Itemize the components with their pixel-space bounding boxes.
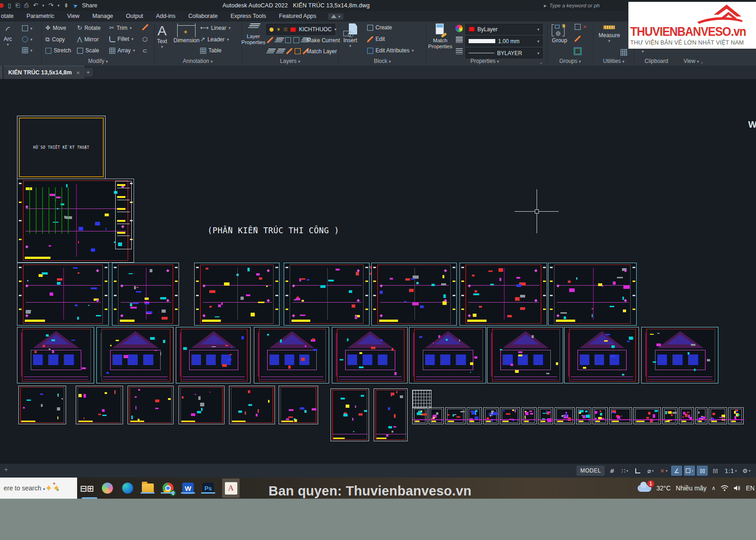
dimension-tool-button[interactable]: ✶ Dimension <box>174 23 200 44</box>
drawing-sheet[interactable] <box>229 386 275 424</box>
layer-walk-icon[interactable] <box>266 49 276 54</box>
drawing-sheet[interactable] <box>112 263 179 326</box>
drawing-sheet[interactable] <box>17 327 94 383</box>
utilities-panel-label[interactable]: Utilities ▾ <box>594 58 633 64</box>
mini-grid-table[interactable] <box>412 390 431 408</box>
annotation-panel-label[interactable]: Annotation ▾ <box>155 58 241 64</box>
drawing-sheet[interactable] <box>409 327 486 383</box>
drawing-sheet[interactable] <box>18 386 66 424</box>
drawing-sheet[interactable] <box>695 407 707 424</box>
weather-temp[interactable]: 32°C <box>656 484 671 492</box>
layout-add-icon[interactable]: ＋ <box>3 466 9 474</box>
clipboard-paste-dropdown[interactable]: ▾ <box>642 49 644 54</box>
group-edit-button[interactable] <box>575 36 581 42</box>
drawing-sheet[interactable] <box>371 263 457 326</box>
layer-prev-icon[interactable] <box>275 49 286 54</box>
drawing-sheet[interactable] <box>128 386 174 424</box>
view-panel-label[interactable]: View ▾ ⌟ <box>679 58 707 64</box>
layer-properties-button[interactable]: Layer Properties <box>243 23 263 45</box>
ribbon-tab-output[interactable]: Output <box>119 11 150 22</box>
offset-button[interactable]: ⊂ <box>142 47 147 54</box>
ribbon-tab-manage[interactable]: Manage <box>86 11 119 22</box>
ribbon-tab-parametric[interactable]: Parametric <box>20 11 61 22</box>
ribbon-tab-annotate-partial[interactable]: otate <box>0 11 20 22</box>
layer-dropdown[interactable]: ☀ ⚿ KICHTHUOC ▾ <box>266 24 335 35</box>
drawing-sheet[interactable] <box>459 263 547 326</box>
explode-button[interactable]: ⬡ <box>142 36 147 43</box>
clipboard-panel-label[interactable]: Clipboard <box>634 58 678 64</box>
layer-isolate-icon[interactable] <box>274 38 284 43</box>
edge-button[interactable] <box>121 482 134 495</box>
layers-panel-label[interactable]: Layers ▾ <box>242 58 338 64</box>
document-tab[interactable]: KIẾN TRÚC 13,5x14,8m × <box>4 66 84 79</box>
properties-dialog-launcher-icon[interactable]: ⌟ <box>540 59 542 64</box>
copy-button[interactable]: ⧉Copy <box>45 36 65 43</box>
drawing-sheet[interactable] <box>96 327 174 383</box>
annotation-visibility-toggle[interactable]: 𝌺 <box>697 466 708 476</box>
drawing-sheet[interactable] <box>728 407 744 424</box>
snap-mode-toggle[interactable]: ∷▾ <box>619 466 630 476</box>
create-block-button[interactable]: Create <box>367 24 392 31</box>
task-view-button[interactable]: ⊟⊞ <box>81 482 93 495</box>
drawing-sheet[interactable] <box>284 263 370 326</box>
arc-tool-button[interactable]: ◜ Arc ▾ <box>4 24 12 47</box>
drawing-sheet[interactable] <box>330 388 369 441</box>
drawing-sheet[interactable] <box>679 407 694 424</box>
edit-block-button[interactable]: Edit <box>367 36 385 42</box>
model-space-button[interactable]: MODEL <box>577 466 605 476</box>
drawing-canvas[interactable]: HỒ SƠ THIẾT KẾ KỸ THUẬT (PHẦN KIẾN TRÚC … <box>0 79 756 464</box>
match-properties-button[interactable]: Match Properties <box>430 23 451 50</box>
stretch-button[interactable]: Stretch <box>45 47 71 54</box>
ribbon-tab-view[interactable]: View <box>61 11 86 22</box>
layer-unlock-icon[interactable]: ⚿ <box>284 27 287 33</box>
polar-tracking-toggle[interactable]: ⌀▾ <box>645 466 656 476</box>
drawing-sheet[interactable] <box>521 407 537 424</box>
rotate-button[interactable]: ↻Rotate <box>77 24 101 31</box>
layer-thaw-icon[interactable] <box>286 48 292 54</box>
scale-button[interactable]: Scale <box>77 47 99 54</box>
ribbon-tab-collaborate[interactable]: Collaborate <box>182 11 224 22</box>
drawing-sheet[interactable] <box>709 407 727 424</box>
chrome-button[interactable]: Q <box>162 482 174 495</box>
drawing-sheet[interactable] <box>633 407 661 424</box>
layer-off-icon[interactable] <box>267 37 273 43</box>
drawing-sheet[interactable] <box>194 263 280 326</box>
wifi-icon[interactable] <box>721 485 728 491</box>
drawing-sheet[interactable] <box>176 327 251 383</box>
drawing-sheet[interactable] <box>412 407 427 424</box>
lineweight-dropdown[interactable]: 1.00 mm▾ <box>465 36 543 46</box>
drawing-sheet[interactable] <box>548 263 637 326</box>
previous-tab-sliver[interactable] <box>0 66 2 79</box>
taskbar-search-box[interactable]: ere to search ✦✦ <box>0 478 77 499</box>
file-explorer-button[interactable] <box>141 482 154 495</box>
grid-display-toggle[interactable]: # <box>606 466 617 476</box>
layer-dropdown-arrow-icon[interactable]: ▾ <box>335 27 337 32</box>
ribbon-tab-addins[interactable]: Add-ins <box>150 11 182 22</box>
copilot-button[interactable] <box>101 482 113 495</box>
annotation-scale-button[interactable]: 1:1▾ <box>722 466 739 476</box>
drawing-sheet[interactable] <box>593 407 608 424</box>
layer-freeze-icon[interactable] <box>285 37 291 43</box>
drawing-sheet[interactable] <box>500 407 520 424</box>
hatch-tool-button[interactable]: ▾ <box>22 47 33 53</box>
trim-button[interactable]: ✂Trim▾ <box>109 24 132 31</box>
drawing-sheet[interactable] <box>17 179 134 263</box>
properties-panel-label[interactable]: Properties ▾ <box>427 58 543 64</box>
object-snap-tracking-toggle[interactable]: ∠ <box>671 466 682 476</box>
ungroup-button[interactable]: ✕ <box>575 24 587 30</box>
tab-close-icon[interactable]: × <box>76 69 80 76</box>
modify-panel-label[interactable]: Modify ▾ <box>42 58 154 64</box>
new-tab-button[interactable]: + <box>84 68 93 77</box>
linear-dimension-button[interactable]: ⟷Linear▾ <box>200 24 231 31</box>
move-button[interactable]: ✥Move <box>45 24 66 31</box>
group-button[interactable]: ✶ Group <box>552 23 567 44</box>
drawing-sheet[interactable] <box>564 327 639 383</box>
word-button[interactable]: W <box>182 482 194 495</box>
object-snap-toggle[interactable]: ▾ <box>684 466 695 476</box>
drawing-sheet[interactable] <box>332 327 408 383</box>
autoscale-toggle[interactable]: 𝌻 <box>710 466 721 476</box>
dossier-title-box[interactable]: HỒ SƠ THIẾT KẾ KỸ THUẬT <box>17 116 106 179</box>
quick-calc-button[interactable] <box>621 49 627 56</box>
object-color-dropdown[interactable]: ByLayer▾ <box>465 24 543 34</box>
drawing-sheet[interactable] <box>487 327 563 383</box>
